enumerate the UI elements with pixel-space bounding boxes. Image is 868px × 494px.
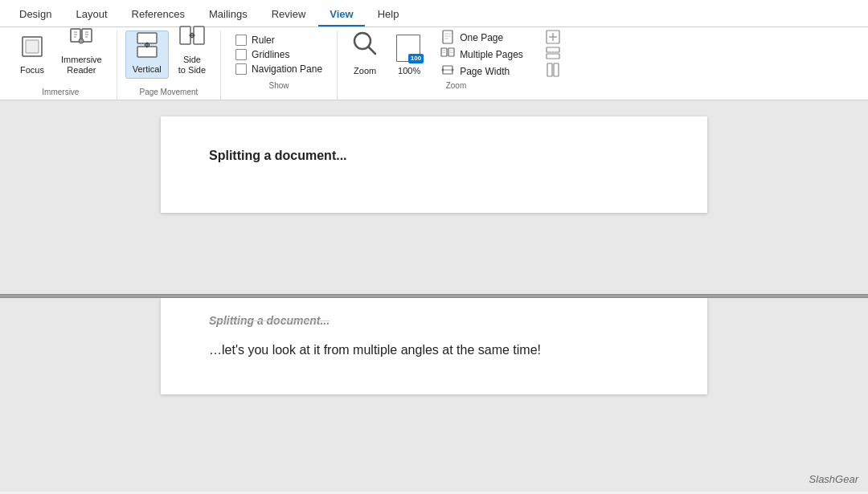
watermark-label: SlashGear [809, 473, 858, 485]
add-split-button[interactable] [539, 31, 567, 45]
zoom-label: Zoom [354, 66, 376, 76]
svg-rect-8 [194, 27, 204, 44]
svg-rect-28 [547, 63, 552, 76]
immersive-reader-label: Immersive Reader [61, 55, 102, 76]
document-area: Splitting a document... Splitting a docu… [0, 100, 868, 492]
svg-rect-6 [137, 47, 157, 57]
show-checkboxes: Ruler Gridlines Navigation Pane [229, 31, 329, 79]
page-width-button[interactable]: Page Width [434, 64, 530, 79]
doc-pane-bottom: Splitting a document... …let's you look … [0, 298, 868, 492]
svg-rect-11 [443, 31, 452, 43]
ribbon: Design Layout References Mailings Review… [0, 0, 868, 100]
ruler-checkbox[interactable]: Ruler [235, 35, 322, 46]
multiple-pages-button[interactable]: Multiple Pages [434, 47, 530, 62]
tab-design[interactable]: Design [8, 3, 63, 27]
show-group-label: Show [229, 79, 329, 93]
ribbon-content: Focus Immersive Reader [0, 27, 868, 100]
gridlines-check-box[interactable] [235, 49, 247, 60]
doc-page-top: Splitting a document... [161, 116, 707, 213]
tab-mailings[interactable]: Mailings [198, 3, 259, 27]
split-horizontal-icon [546, 46, 560, 63]
side-to-side-button[interactable]: Side to Side [172, 31, 212, 79]
tab-view[interactable]: View [318, 3, 364, 27]
split-vertical-button[interactable] [539, 64, 567, 79]
focus-icon [19, 34, 45, 63]
vertical-icon [133, 31, 161, 62]
immersive-reader-icon [68, 23, 94, 52]
page-movement-group-label: Page Movement [125, 85, 212, 100]
side-to-side-label: Side to Side [178, 55, 206, 76]
group-show: Ruler Gridlines Navigation Pane Show [221, 31, 338, 100]
zoom-button[interactable]: Zoom [346, 31, 384, 79]
multiple-pages-label: Multiple Pages [460, 49, 523, 60]
ruler-check-box[interactable] [235, 35, 247, 46]
page-movement-buttons: Vertical Side to Side [125, 31, 212, 85]
focus-label: Focus [20, 65, 44, 76]
doc-text-top: Splitting a document... [209, 149, 659, 163]
svg-rect-7 [180, 27, 190, 44]
zoom-100-icon: 100 [395, 35, 424, 63]
svg-rect-1 [26, 40, 39, 53]
doc-text-main-bottom: …let's you look at it from multiple angl… [209, 343, 659, 357]
zoom-100-badge: 100 [408, 54, 424, 63]
one-page-button[interactable]: One Page [434, 31, 530, 45]
immersive-buttons: Focus Immersive Reader [13, 31, 108, 85]
navigation-pane-check-box[interactable] [235, 63, 247, 75]
doc-pane-top: Splitting a document... [0, 100, 868, 294]
svg-rect-29 [554, 63, 559, 76]
zoom-buttons: Zoom 100 100% [346, 31, 567, 79]
vertical-label: Vertical [133, 64, 162, 75]
svg-rect-15 [441, 48, 447, 56]
svg-rect-27 [547, 54, 559, 59]
svg-rect-26 [547, 47, 559, 52]
gridlines-checkbox[interactable]: Gridlines [235, 49, 322, 60]
multiple-pages-icon [440, 46, 455, 63]
zoom-group-label: Zoom [346, 79, 567, 93]
add-split-icon [546, 30, 560, 47]
svg-rect-5 [137, 33, 157, 43]
immersive-reader-button[interactable]: Immersive Reader [55, 31, 108, 79]
group-zoom: Zoom 100 100% [338, 31, 575, 100]
doc-page-bottom: Splitting a document... …let's you look … [161, 298, 707, 394]
zoom-stack-buttons: One Page [434, 31, 530, 79]
page-width-icon [440, 63, 455, 80]
group-immersive: Focus Immersive Reader [5, 31, 117, 100]
layout-stack-buttons [539, 31, 567, 79]
page-width-label: Page Width [460, 66, 510, 77]
zoom-100-button[interactable]: 100 100% [389, 31, 429, 79]
split-horizontal-button[interactable] [539, 47, 567, 62]
tab-help[interactable]: Help [366, 3, 411, 27]
group-page-movement: Vertical Side to Side [117, 31, 221, 100]
ruler-label: Ruler [252, 35, 275, 46]
svg-rect-16 [448, 48, 454, 56]
one-page-icon [440, 30, 455, 47]
tab-review[interactable]: Review [260, 3, 317, 27]
side-to-side-icon [178, 22, 206, 52]
immersive-group-label: Immersive [13, 85, 108, 100]
gridlines-label: Gridlines [252, 49, 289, 60]
tab-bar: Design Layout References Mailings Review… [0, 0, 868, 27]
navigation-pane-label: Navigation Pane [252, 63, 322, 75]
one-page-label: One Page [460, 32, 503, 43]
split-vertical-icon [546, 63, 560, 80]
zoom-100-label: 100% [398, 66, 420, 76]
focus-button[interactable]: Focus [13, 31, 51, 79]
doc-text-faded: Splitting a document... [209, 314, 659, 327]
zoom-icon [350, 29, 379, 63]
svg-point-4 [79, 39, 84, 43]
navigation-pane-checkbox[interactable]: Navigation Pane [235, 63, 322, 75]
svg-line-10 [369, 47, 376, 55]
vertical-button[interactable]: Vertical [125, 31, 169, 79]
splitter-bar[interactable] [0, 294, 868, 298]
